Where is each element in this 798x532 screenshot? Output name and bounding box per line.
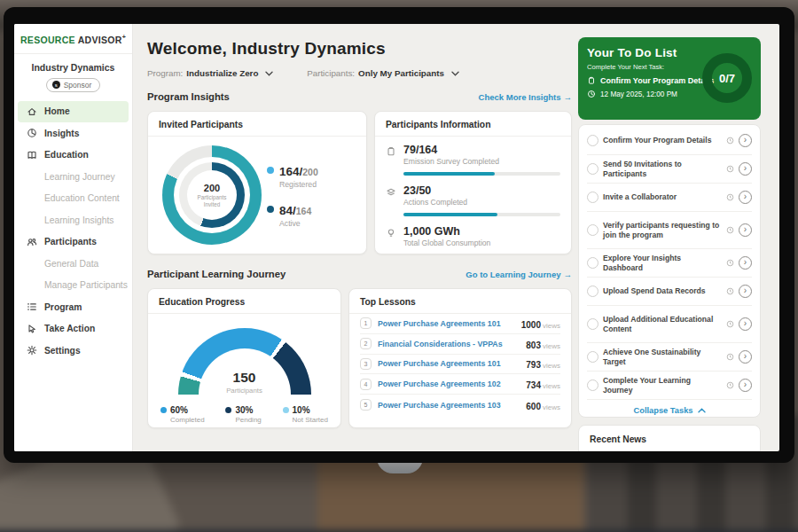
clock-icon [726,353,734,361]
donut-legend: 164/200 Registered 84/164 Active [267,163,318,228]
task-go-button[interactable]: › [739,162,752,176]
recent-news-title: Recent News [579,426,760,451]
sponsor-icon: s [52,81,60,89]
program-filter[interactable]: Program:Industrialize Zero [147,68,273,78]
sidebar-item-education-content[interactable]: Education Content [14,188,132,210]
task-go-button[interactable]: › [739,317,752,331]
task-checkbox[interactable] [587,224,598,236]
sidebar-menu: Home Insights Education Learning Journey… [14,101,132,362]
chevron-down-icon[interactable] [451,68,459,78]
rank-chip: 5 [360,399,372,411]
lesson-row: 3 Power Purchase Agreements 101 793views [360,355,560,375]
consumption-row: 1,000 GWh Total Global Consumption [375,218,571,249]
task-checkbox[interactable] [587,135,598,146]
top-lessons-title: Top Lessons [349,289,571,314]
right-panel: Your To Do List Complete Your Next Task:… [578,24,761,451]
clock-icon [726,137,734,145]
participants-filter[interactable]: Participants:Only My Participants [307,68,459,78]
task-checkbox[interactable] [587,351,598,363]
chevron-down-icon[interactable] [265,68,273,78]
sidebar-item-take-action[interactable]: Take Action [14,318,132,340]
gauge-center-label: Participants [178,387,311,395]
task-row: Send 50 Invitations to Participants › [587,155,752,184]
clock-icon [726,320,734,328]
task-go-button[interactable]: › [739,223,752,237]
invited-participants-donut-chart: 200 Participants Invited [162,145,262,245]
education-progress-title: Education Progress [148,289,340,314]
scene: RESOURCE ADVISOR+ Industry Dynamics s Sp… [0,0,798,532]
brand-secondary: ADVISOR [78,35,122,45]
right-arrow-icon: → [564,270,573,279]
lesson-link[interactable]: Power Purchase Agreements 101 [378,319,515,328]
home-icon [27,106,37,117]
sidebar-item-manage-participants[interactable]: Manage Participants [14,275,132,297]
task-row: Explore Your Insights Dashboard › [587,249,752,278]
lesson-row: 5 Power Purchase Agreements 103 600views [360,395,560,415]
bulb-icon [386,228,396,239]
sidebar-item-general-data[interactable]: General Data [14,253,132,275]
task-go-button[interactable]: › [739,256,752,270]
check-more-insights-link[interactable]: Check More Insights→ [479,92,572,102]
task-row: Complete Your Learning Journey › [587,372,752,400]
task-row: Achieve One Sustainability Target › [587,343,752,372]
collapse-tasks-link[interactable]: Collapse Tasks [587,400,752,421]
task-go-button[interactable]: › [739,350,752,364]
todo-summary-card: Your To Do List Complete Your Next Task:… [578,37,761,120]
rank-chip: 3 [360,358,372,370]
task-checkbox[interactable] [587,379,598,391]
task-go-button[interactable]: › [739,379,752,392]
lesson-row: 1 Power Purchase Agreements 101 1000view… [360,314,560,334]
task-checkbox[interactable] [587,257,598,269]
invited-participants-card: Invited Participants 200 Participants In… [147,111,367,254]
sponsor-label: Sponsor [64,81,92,90]
pending-dot [225,407,231,413]
right-arrow-icon: → [564,92,573,102]
sidebar-item-education[interactable]: Education [14,145,132,167]
task-checkbox[interactable] [587,192,598,203]
task-checkbox[interactable] [587,318,598,330]
program-icon [27,301,37,312]
task-checkbox[interactable] [587,286,598,297]
clock-icon [587,90,596,98]
legend-not-started: 10% Not Started [283,405,328,424]
education-progress-card: Education Progress 150 Participants 6 [147,288,341,428]
lesson-link[interactable]: Power Purchase Agreements 101 [378,359,520,368]
task-row: Invite a Collaborator › [587,184,752,212]
monitor-bezel: RESOURCE ADVISOR+ Industry Dynamics s Sp… [4,7,794,463]
gauge-center-value: 150 [178,370,311,386]
task-row: Verify participants requesting to join t… [587,212,752,249]
task-go-button[interactable]: › [739,134,752,147]
sidebar-item-learning-insights[interactable]: Learning Insights [14,209,132,231]
task-go-button[interactable]: › [739,191,752,204]
sidebar-item-home[interactable]: Home [18,101,129,123]
legend-pending: 30% Pending [225,405,261,424]
sidebar-item-learning-journey[interactable]: Learning Journey [14,166,132,188]
participants-information-title: Participants Information [375,112,571,137]
go-to-learning-journey-link[interactable]: Go to Learning Journey→ [466,270,572,279]
sidebar-item-participants[interactable]: Participants [14,231,132,254]
lesson-link[interactable]: Power Purchase Agreements 103 [378,401,520,410]
task-row: Upload Additional Educational Content › [587,306,752,343]
program-filter-label: Program: [147,68,183,78]
todo-progress-ring: 0/7 [702,53,752,103]
task-checkbox[interactable] [587,163,598,175]
sidebar-item-settings[interactable]: Settings [14,340,132,362]
clock-icon [726,193,734,201]
invited-participants-body: 200 Participants Invited 164/200 Registe… [148,137,366,254]
completed-dot [160,407,167,413]
task-row: Confirm Your Program Details › [587,127,752,155]
sidebar-item-program[interactable]: Program [14,296,132,318]
actions-icon [386,187,396,198]
sidebar-item-insights[interactable]: Insights [14,122,132,145]
lesson-row: 4 Power Purchase Agreements 102 734views [360,374,560,395]
clock-icon [726,226,734,234]
filters-row: Program:Industrialize Zero Participants:… [147,68,459,78]
legend-completed: 60% Completed [160,405,205,424]
task-go-button[interactable]: › [739,285,752,298]
program-insights-title: Program Insights [147,91,230,102]
lesson-link[interactable]: Financial Considerations - VPPAs [378,340,520,348]
not-started-dot [283,407,289,413]
actions-completed-row: 23/50 Actions Completed [375,177,571,218]
program-insights-header: Program Insights Check More Insights→ [147,91,572,102]
lesson-link[interactable]: Power Purchase Agreements 102 [378,379,520,388]
